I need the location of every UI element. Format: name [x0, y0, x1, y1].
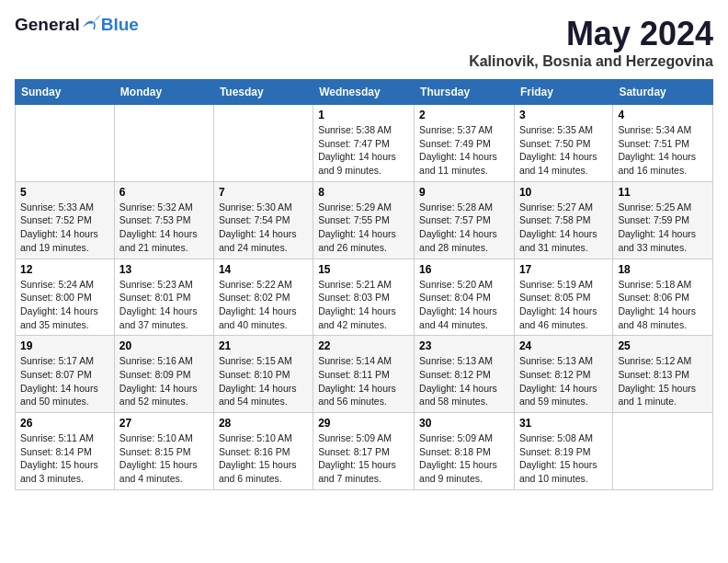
day-info: Sunrise: 5:10 AM Sunset: 8:15 PM Dayligh… — [119, 431, 209, 486]
calendar-day-cell: 24Sunrise: 5:13 AM Sunset: 8:12 PM Dayli… — [514, 336, 612, 413]
calendar-day-cell: 16Sunrise: 5:20 AM Sunset: 8:04 PM Dayli… — [415, 259, 515, 336]
day-info: Sunrise: 5:23 AM Sunset: 8:01 PM Dayligh… — [119, 278, 209, 332]
calendar-week-row: 19Sunrise: 5:17 AM Sunset: 8:07 PM Dayli… — [16, 336, 713, 413]
calendar-day-cell: 15Sunrise: 5:21 AM Sunset: 8:03 PM Dayli… — [313, 259, 415, 336]
day-info: Sunrise: 5:13 AM Sunset: 8:12 PM Dayligh… — [419, 354, 509, 408]
calendar-day-cell — [613, 413, 713, 490]
calendar-day-cell: 4Sunrise: 5:34 AM Sunset: 7:51 PM Daylig… — [613, 105, 713, 182]
day-info: Sunrise: 5:35 AM Sunset: 7:50 PM Dayligh… — [519, 123, 608, 178]
day-info: Sunrise: 5:13 AM Sunset: 8:12 PM Dayligh… — [519, 354, 608, 408]
day-info: Sunrise: 5:27 AM Sunset: 7:58 PM Dayligh… — [519, 201, 608, 255]
day-info: Sunrise: 5:38 AM Sunset: 7:47 PM Dayligh… — [318, 123, 409, 178]
weekday-header-cell: Friday — [514, 80, 612, 105]
calendar-week-row: 12Sunrise: 5:24 AM Sunset: 8:00 PM Dayli… — [16, 259, 713, 336]
calendar-day-cell: 25Sunrise: 5:12 AM Sunset: 8:13 PM Dayli… — [613, 336, 713, 413]
weekday-header-cell: Sunday — [16, 80, 115, 105]
day-info: Sunrise: 5:09 AM Sunset: 8:18 PM Dayligh… — [419, 431, 509, 486]
day-number: 14 — [219, 263, 308, 276]
calendar-day-cell: 27Sunrise: 5:10 AM Sunset: 8:15 PM Dayli… — [114, 413, 213, 490]
day-info: Sunrise: 5:10 AM Sunset: 8:16 PM Dayligh… — [219, 431, 308, 486]
calendar-header-row: SundayMondayTuesdayWednesdayThursdayFrid… — [16, 80, 713, 105]
logo-bird-icon — [81, 15, 101, 31]
day-info: Sunrise: 5:18 AM Sunset: 8:06 PM Dayligh… — [618, 278, 708, 332]
calendar-day-cell: 23Sunrise: 5:13 AM Sunset: 8:12 PM Dayli… — [415, 336, 515, 413]
day-number: 15 — [318, 263, 409, 276]
calendar-day-cell: 9Sunrise: 5:28 AM Sunset: 7:57 PM Daylig… — [415, 181, 515, 259]
day-info: Sunrise: 5:34 AM Sunset: 7:51 PM Dayligh… — [618, 123, 708, 178]
calendar-day-cell: 1Sunrise: 5:38 AM Sunset: 7:47 PM Daylig… — [313, 105, 415, 182]
day-number: 1 — [318, 109, 409, 121]
calendar-day-cell: 22Sunrise: 5:14 AM Sunset: 8:11 PM Dayli… — [313, 336, 415, 413]
weekday-header-cell: Wednesday — [313, 80, 415, 105]
day-number: 13 — [119, 263, 209, 276]
day-info: Sunrise: 5:08 AM Sunset: 8:19 PM Dayligh… — [519, 431, 608, 486]
calendar-day-cell: 11Sunrise: 5:25 AM Sunset: 7:59 PM Dayli… — [613, 181, 713, 259]
calendar-day-cell: 10Sunrise: 5:27 AM Sunset: 7:58 PM Dayli… — [514, 181, 612, 259]
day-info: Sunrise: 5:20 AM Sunset: 8:04 PM Dayligh… — [419, 278, 509, 332]
day-info: Sunrise: 5:09 AM Sunset: 8:17 PM Dayligh… — [318, 431, 409, 486]
calendar-week-row: 26Sunrise: 5:11 AM Sunset: 8:14 PM Dayli… — [16, 413, 713, 490]
day-info: Sunrise: 5:25 AM Sunset: 7:59 PM Dayligh… — [618, 201, 708, 255]
calendar-day-cell: 7Sunrise: 5:30 AM Sunset: 7:54 PM Daylig… — [213, 181, 313, 259]
calendar-week-row: 5Sunrise: 5:33 AM Sunset: 7:52 PM Daylig… — [16, 181, 713, 259]
page-header: General Blue May 2024 Kalinovik, Bosnia … — [15, 15, 713, 70]
logo-blue: Blue — [101, 15, 139, 35]
calendar-day-cell: 12Sunrise: 5:24 AM Sunset: 8:00 PM Dayli… — [16, 259, 115, 336]
month-title: May 2024 — [469, 15, 713, 53]
day-info: Sunrise: 5:22 AM Sunset: 8:02 PM Dayligh… — [219, 278, 308, 332]
calendar-day-cell: 6Sunrise: 5:32 AM Sunset: 7:53 PM Daylig… — [114, 181, 213, 259]
day-number: 7 — [219, 186, 308, 199]
day-info: Sunrise: 5:16 AM Sunset: 8:09 PM Dayligh… — [119, 354, 209, 408]
weekday-header-cell: Monday — [114, 80, 213, 105]
weekday-header-cell: Tuesday — [213, 80, 313, 105]
day-info: Sunrise: 5:17 AM Sunset: 8:07 PM Dayligh… — [20, 354, 109, 408]
calendar-day-cell: 19Sunrise: 5:17 AM Sunset: 8:07 PM Dayli… — [16, 336, 115, 413]
day-number: 29 — [318, 417, 409, 430]
calendar-day-cell: 28Sunrise: 5:10 AM Sunset: 8:16 PM Dayli… — [213, 413, 313, 490]
calendar-day-cell — [213, 105, 313, 182]
day-number: 27 — [119, 417, 209, 430]
calendar-day-cell: 31Sunrise: 5:08 AM Sunset: 8:19 PM Dayli… — [514, 413, 612, 490]
day-number: 25 — [618, 339, 708, 352]
location-title: Kalinovik, Bosnia and Herzegovina — [469, 53, 713, 70]
calendar-day-cell: 8Sunrise: 5:29 AM Sunset: 7:55 PM Daylig… — [313, 181, 415, 259]
day-number: 28 — [219, 417, 308, 430]
day-number: 26 — [20, 417, 109, 430]
weekday-header-cell: Thursday — [415, 80, 515, 105]
calendar-day-cell: 30Sunrise: 5:09 AM Sunset: 8:18 PM Dayli… — [415, 413, 515, 490]
day-number: 30 — [419, 417, 509, 430]
calendar-day-cell: 21Sunrise: 5:15 AM Sunset: 8:10 PM Dayli… — [213, 336, 313, 413]
day-info: Sunrise: 5:11 AM Sunset: 8:14 PM Dayligh… — [20, 431, 109, 486]
day-number: 21 — [219, 339, 308, 352]
day-number: 19 — [20, 339, 109, 352]
day-number: 18 — [618, 263, 708, 276]
calendar-day-cell: 29Sunrise: 5:09 AM Sunset: 8:17 PM Dayli… — [313, 413, 415, 490]
day-number: 4 — [618, 109, 708, 121]
calendar-table: SundayMondayTuesdayWednesdayThursdayFrid… — [15, 79, 713, 490]
day-number: 2 — [419, 109, 509, 121]
day-number: 8 — [318, 186, 409, 199]
day-info: Sunrise: 5:28 AM Sunset: 7:57 PM Dayligh… — [419, 201, 509, 255]
calendar-day-cell: 18Sunrise: 5:18 AM Sunset: 8:06 PM Dayli… — [613, 259, 713, 336]
calendar-day-cell: 26Sunrise: 5:11 AM Sunset: 8:14 PM Dayli… — [16, 413, 115, 490]
calendar-day-cell: 2Sunrise: 5:37 AM Sunset: 7:49 PM Daylig… — [415, 105, 515, 182]
calendar-day-cell: 14Sunrise: 5:22 AM Sunset: 8:02 PM Dayli… — [213, 259, 313, 336]
day-number: 24 — [519, 339, 608, 352]
day-info: Sunrise: 5:24 AM Sunset: 8:00 PM Dayligh… — [20, 278, 109, 332]
day-info: Sunrise: 5:12 AM Sunset: 8:13 PM Dayligh… — [618, 354, 708, 408]
day-info: Sunrise: 5:37 AM Sunset: 7:49 PM Dayligh… — [419, 123, 509, 178]
calendar-day-cell: 13Sunrise: 5:23 AM Sunset: 8:01 PM Dayli… — [114, 259, 213, 336]
day-info: Sunrise: 5:29 AM Sunset: 7:55 PM Dayligh… — [318, 201, 409, 255]
day-info: Sunrise: 5:21 AM Sunset: 8:03 PM Dayligh… — [318, 278, 409, 332]
day-number: 16 — [419, 263, 509, 276]
title-area: May 2024 Kalinovik, Bosnia and Herzegovi… — [469, 15, 713, 70]
day-info: Sunrise: 5:19 AM Sunset: 8:05 PM Dayligh… — [519, 278, 608, 332]
day-info: Sunrise: 5:30 AM Sunset: 7:54 PM Dayligh… — [219, 201, 308, 255]
day-number: 11 — [618, 186, 708, 199]
day-number: 10 — [519, 186, 608, 199]
day-info: Sunrise: 5:33 AM Sunset: 7:52 PM Dayligh… — [20, 201, 109, 255]
day-info: Sunrise: 5:32 AM Sunset: 7:53 PM Dayligh… — [119, 201, 209, 255]
day-number: 17 — [519, 263, 608, 276]
calendar-day-cell: 20Sunrise: 5:16 AM Sunset: 8:09 PM Dayli… — [114, 336, 213, 413]
day-number: 6 — [119, 186, 209, 199]
